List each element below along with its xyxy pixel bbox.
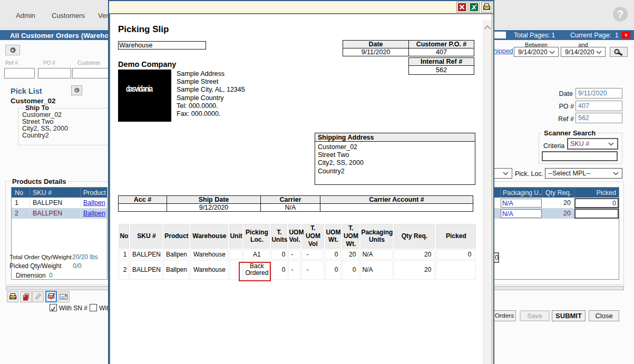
svg-text:X: X [472, 4, 476, 11]
